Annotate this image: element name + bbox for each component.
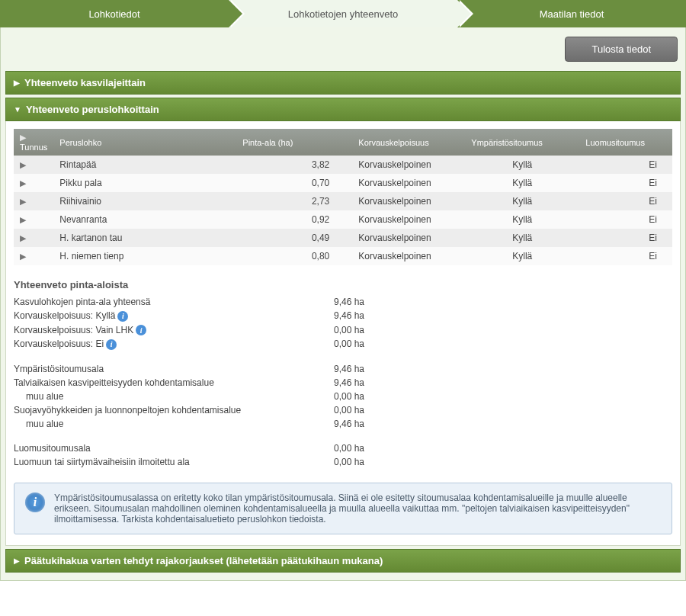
- cell-area: 0,49: [236, 229, 335, 247]
- cell-ymp: Kyllä: [465, 156, 579, 174]
- sum-row: muu alue0,00 ha: [14, 390, 672, 403]
- cell-kelp: Korvauskelpoinen: [335, 174, 465, 192]
- sum-row: Luomusitoumusala0,00 ha: [14, 441, 672, 455]
- expand-icon[interactable]: ▶: [20, 160, 26, 169]
- cell-area: 3,82: [236, 156, 335, 174]
- wizard-step-1-label: Lohkotiedot: [88, 8, 139, 20]
- cell-luomu: Ei: [579, 192, 672, 210]
- expand-icon[interactable]: ▶: [20, 252, 26, 261]
- cell-area: 0,70: [236, 174, 335, 192]
- wizard-step-2-label: Lohkotietojen yhteenveto: [288, 8, 399, 20]
- info-icon[interactable]: i: [117, 311, 128, 322]
- notice-text: Ympäristösitoumusalassa on eritetty koko…: [54, 492, 661, 525]
- expand-icon[interactable]: ▶: [20, 197, 26, 206]
- expand-icon[interactable]: ▶: [20, 178, 26, 188]
- table-row: ▶H. niemen tienp0,80KorvauskelpoinenKyll…: [14, 247, 672, 265]
- table-row: ▶Pikku pala0,70KorvauskelpoinenKylläEi: [14, 174, 672, 192]
- panel-title-corrections: Päätukihakua varten tehdyt rajakorjaukse…: [24, 555, 383, 566]
- th-area[interactable]: Pinta-ala (ha): [236, 129, 335, 156]
- table-row: ▶H. kartanon tau0,49KorvauskelpoinenKyll…: [14, 229, 672, 247]
- chevron-down-icon: ▼: [14, 105, 21, 114]
- cell-area: 2,73: [236, 192, 335, 210]
- panel-header-corrections[interactable]: ▶ Päätukihakua varten tehdyt rajakorjauk…: [5, 549, 681, 573]
- cell-kelp: Korvauskelpoinen: [335, 247, 465, 265]
- cell-kelp: Korvauskelpoinen: [335, 156, 465, 174]
- cell-kelp: Korvauskelpoinen: [335, 192, 465, 210]
- table-row: ▶Rintapää3,82KorvauskelpoinenKylläEi: [14, 156, 672, 174]
- cell-name: Riihivainio: [53, 192, 236, 210]
- cell-luomu: Ei: [579, 174, 672, 192]
- wizard-step-3[interactable]: Maatilan tiedot: [457, 0, 686, 27]
- info-icon: i: [25, 492, 45, 512]
- cell-luomu: Ei: [579, 210, 672, 229]
- info-icon[interactable]: i: [136, 325, 146, 335]
- th-luomu[interactable]: Luomusitoumus: [579, 129, 672, 156]
- sum-row: muu alue9,46 ha: [14, 417, 672, 431]
- page-body: Tulosta tiedot ▶ Yhteenveto kasvilajeitt…: [0, 27, 686, 581]
- th-ymp[interactable]: Ympäristösitoumus: [465, 129, 579, 156]
- parcel-table: ▶ Tunnus Peruslohko Pinta-ala (ha) Korva…: [14, 129, 672, 265]
- th-peruslohko[interactable]: Peruslohko: [53, 129, 236, 156]
- wizard-step-2[interactable]: Lohkotietojen yhteenveto: [229, 0, 457, 27]
- cell-ymp: Kyllä: [465, 210, 579, 229]
- info-icon[interactable]: i: [106, 339, 117, 350]
- table-header-row: ▶ Tunnus Peruslohko Pinta-ala (ha) Korva…: [14, 129, 672, 156]
- sum-row: Luomuun tai siirtymävaiheisiin ilmoitett…: [14, 455, 672, 469]
- print-button[interactable]: Tulosta tiedot: [565, 37, 678, 62]
- summary-title: Yhteenveto pinta-aloista: [14, 279, 672, 290]
- cell-name: Rintapää: [53, 156, 236, 174]
- cell-luomu: Ei: [579, 156, 672, 174]
- wizard-step-1[interactable]: Lohkotiedot: [0, 0, 229, 27]
- wizard-nav: Lohkotiedot Lohkotietojen yhteenveto Maa…: [0, 0, 686, 27]
- cell-luomu: Ei: [579, 247, 672, 265]
- table-row: ▶Riihivainio2,73KorvauskelpoinenKylläEi: [14, 192, 672, 210]
- cell-ymp: Kyllä: [465, 247, 579, 265]
- th-kelp[interactable]: Korvauskelpoisuus: [335, 129, 465, 156]
- sum-row: Ympäristösitoumusala9,46 ha: [14, 362, 672, 376]
- chevron-right-icon: ▶: [20, 133, 26, 142]
- sum-row: Korvauskelpoisuus: Vain LHKi0,00 ha: [14, 323, 672, 338]
- panel-body-by-parcel: ▶ Tunnus Peruslohko Pinta-ala (ha) Korva…: [5, 121, 681, 546]
- table-row: ▶Nevanranta0,92KorvauskelpoinenKylläEi: [14, 210, 672, 229]
- cell-kelp: Korvauskelpoinen: [335, 229, 465, 247]
- cell-area: 0,80: [236, 247, 335, 265]
- th-tunnus[interactable]: ▶ Tunnus: [14, 129, 53, 156]
- panel-header-by-plant[interactable]: ▶ Yhteenveto kasvilajeittain: [5, 71, 681, 95]
- sum-row: Korvauskelpoisuus: Kylläi9,46 ha: [14, 309, 672, 323]
- cell-kelp: Korvauskelpoinen: [335, 210, 465, 229]
- cell-name: Pikku pala: [53, 174, 236, 192]
- panel-header-by-parcel[interactable]: ▼ Yhteenveto peruslohkoittain: [5, 98, 681, 121]
- sum-row: Korvauskelpoisuus: Eii0,00 ha: [14, 337, 672, 351]
- expand-icon[interactable]: ▶: [20, 215, 26, 224]
- chevron-right-icon: ▶: [14, 557, 20, 565]
- panel-title-by-plant: Yhteenveto kasvilajeittain: [24, 77, 146, 88]
- cell-ymp: Kyllä: [465, 174, 579, 192]
- cell-name: H. niemen tienp: [53, 247, 236, 265]
- chevron-right-icon: ▶: [14, 79, 20, 87]
- cell-name: H. kartanon tau: [53, 229, 236, 247]
- panel-title-by-parcel: Yhteenveto peruslohkoittain: [26, 104, 159, 115]
- expand-icon[interactable]: ▶: [20, 233, 26, 242]
- cell-area: 0,92: [236, 210, 335, 229]
- cell-ymp: Kyllä: [465, 229, 579, 247]
- sum-row: Kasvulohkojen pinta-ala yhteensä9,46 ha: [14, 295, 672, 309]
- cell-ymp: Kyllä: [465, 192, 579, 210]
- cell-name: Nevanranta: [53, 210, 236, 229]
- sum-row: Suojavyöhykkeiden ja luonnonpeltojen koh…: [14, 403, 672, 417]
- info-notice: i Ympäristösitoumusalassa on eritetty ko…: [14, 483, 672, 534]
- wizard-step-3-label: Maatilan tiedot: [540, 8, 604, 20]
- cell-luomu: Ei: [579, 229, 672, 247]
- sum-row: Talviaikaisen kasvipeitteisyyden kohdent…: [14, 376, 672, 390]
